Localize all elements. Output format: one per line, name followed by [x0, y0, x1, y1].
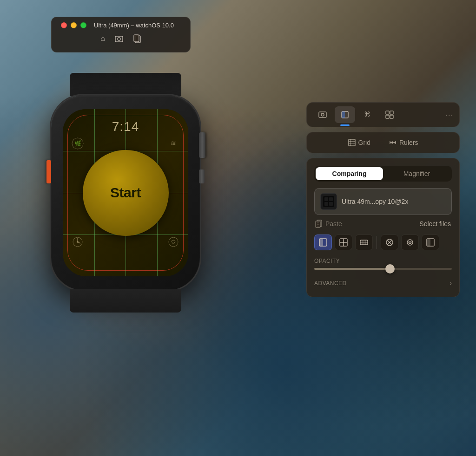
svg-point-54 [409, 241, 411, 244]
paste-select-row: Paste Select files [314, 220, 452, 228]
comparison-item[interactable]: Ultra 49m...opy 10@2x [314, 188, 452, 215]
blend-separator [377, 236, 377, 249]
rulers-label: Rulers [399, 139, 418, 146]
watch-screen: 7:14 🌿 ≋ [63, 109, 188, 276]
svg-rect-3 [134, 35, 139, 42]
svg-rect-35 [329, 197, 333, 201]
svg-rect-15 [342, 111, 345, 118]
svg-rect-17 [386, 111, 389, 114]
blend-icons-row [314, 235, 452, 250]
watch-face: 7:14 🌿 ≋ [63, 109, 188, 276]
tab-switcher: Comparing Magnifier [314, 166, 452, 182]
blend-mode-4[interactable] [381, 235, 398, 250]
paste-label: Paste [325, 220, 342, 228]
svg-rect-12 [319, 112, 326, 117]
svg-rect-20 [390, 115, 393, 118]
watch-crown [199, 132, 205, 158]
blend-mode-3[interactable] [355, 235, 373, 250]
tool-overlay[interactable] [335, 106, 355, 123]
tab-comparing[interactable]: Comparing [316, 167, 383, 180]
window-titlebar: Ultra (49mm) – watchOS 10.0 ⌂ [51, 17, 191, 52]
tool-screenshot[interactable] [312, 106, 333, 123]
svg-rect-56 [427, 239, 430, 246]
watch-start-label: Start [110, 185, 141, 201]
svg-rect-0 [115, 36, 123, 42]
watch-side-button [199, 169, 205, 183]
comparison-thumbnail [320, 193, 337, 210]
svg-rect-18 [390, 111, 393, 114]
blend-mode-6[interactable] [422, 235, 439, 250]
grid-button[interactable]: Grid [344, 137, 374, 148]
svg-rect-21 [349, 139, 355, 146]
svg-text:≋: ≋ [171, 139, 176, 147]
watch-container: 7:14 🌿 ≋ [44, 72, 207, 286]
blend-mode-5[interactable] [401, 235, 419, 250]
maximize-button[interactable] [80, 22, 86, 28]
watch-action-button [46, 160, 51, 183]
comparison-label: Ultra 49m...opy 10@2x [342, 198, 408, 205]
watch-central-circle: Start [83, 150, 169, 236]
screenshot-icon[interactable] [114, 34, 124, 46]
svg-rect-34 [324, 202, 328, 206]
svg-text:🌿: 🌿 [74, 140, 81, 147]
window-title: Ultra (49mm) – watchOS 10.0 [94, 22, 174, 29]
tool-layout[interactable] [379, 106, 400, 123]
opacity-slider[interactable] [314, 268, 452, 270]
chevron-right-icon: › [450, 279, 452, 287]
svg-rect-19 [386, 115, 389, 118]
more-options-button[interactable]: ··· [445, 111, 454, 118]
copy-icon[interactable] [133, 34, 141, 46]
watch-time: 7:14 [63, 119, 188, 134]
watch-body: 7:14 🌿 ≋ [51, 95, 200, 290]
minimize-button[interactable] [71, 22, 77, 28]
opacity-row: Opacity [314, 258, 452, 270]
paste-button[interactable]: Paste [315, 220, 342, 228]
tool-shortcut[interactable]: ⌘ [357, 106, 377, 123]
window-controls: Ultra (49mm) – watchOS 10.0 [61, 22, 181, 29]
right-panel: ⌘ ··· Grid [306, 102, 460, 297]
svg-text:⌘: ⌘ [364, 111, 370, 118]
advanced-row[interactable]: ADVANCED › [314, 277, 452, 289]
watch-strap-top [70, 73, 181, 96]
complication-top-left: 🌿 [71, 137, 84, 150]
comparing-panel: Comparing Magnifier Ultra 49m...opy 10@2… [306, 158, 460, 297]
complication-top-right: ≋ [167, 137, 180, 150]
advanced-label: ADVANCED [314, 280, 347, 287]
blend-mode-1[interactable] [314, 235, 332, 250]
watch-strap-bottom [70, 289, 181, 313]
svg-rect-33 [324, 197, 328, 201]
blend-mode-2[interactable] [335, 235, 352, 250]
complication-bottom-right [167, 235, 180, 248]
svg-point-13 [321, 113, 324, 116]
toolbar-panel: ⌘ ··· [306, 102, 460, 127]
grid-rulers-panel: Grid Rulers [306, 132, 460, 153]
opacity-label: Opacity [314, 258, 452, 264]
svg-point-1 [118, 38, 120, 40]
home-icon[interactable]: ⌂ [100, 34, 105, 46]
rulers-button[interactable]: Rulers [385, 137, 422, 148]
close-button[interactable] [61, 22, 67, 28]
svg-point-11 [169, 237, 178, 247]
select-files-button[interactable]: Select files [419, 220, 451, 228]
complication-bottom-left [71, 235, 84, 248]
opacity-thumb[interactable] [385, 264, 395, 274]
select-files-label: Select files [419, 220, 451, 228]
tab-magnifier[interactable]: Magnifier [383, 167, 450, 180]
window-toolbar: ⌂ [61, 33, 181, 47]
svg-rect-36 [329, 202, 333, 206]
svg-rect-42 [319, 239, 323, 246]
grid-label: Grid [358, 139, 370, 146]
